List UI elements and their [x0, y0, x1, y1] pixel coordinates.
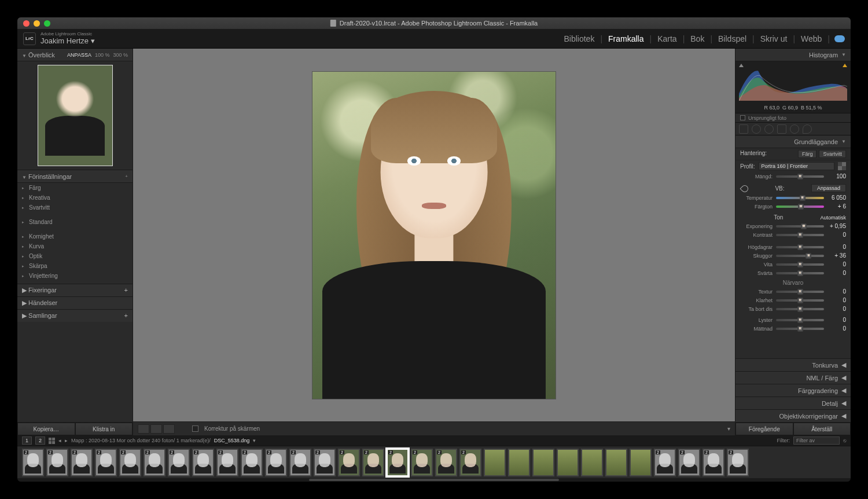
close-icon[interactable]: [23, 20, 30, 27]
filmstrip-thumb[interactable]: 2: [144, 449, 165, 476]
previous-button[interactable]: Föregående: [735, 423, 793, 435]
canvas[interactable]: [133, 49, 735, 421]
module-web[interactable]: Webb: [795, 34, 827, 43]
secondary-display-2[interactable]: 2: [35, 436, 45, 445]
cloud-sync-icon[interactable]: [834, 35, 845, 42]
history-header[interactable]: ▶ Händelser: [17, 296, 133, 309]
snapshots-header[interactable]: ▶ Fixeringar+: [17, 284, 133, 296]
tonecurve-header[interactable]: Tonkurva◀: [735, 358, 851, 371]
amount-slider[interactable]: [776, 175, 824, 178]
identity-user[interactable]: Joakim Hertze ▾: [41, 37, 95, 45]
preset-group[interactable]: Standard: [17, 217, 133, 227]
texture-slider[interactable]: [776, 291, 824, 293]
filmstrip-thumb[interactable]: [484, 449, 506, 476]
module-print[interactable]: Skriv ut: [755, 34, 793, 43]
path-dropdown-icon[interactable]: ▾: [253, 438, 256, 443]
filmstrip-thumb[interactable]: 2: [362, 449, 384, 476]
main-photo[interactable]: [312, 72, 556, 399]
nav-fwd-icon[interactable]: ▸: [65, 438, 68, 443]
filmstrip-thumb[interactable]: [581, 449, 603, 476]
wb-select[interactable]: Anpassad: [811, 184, 846, 192]
add-preset-icon[interactable]: +: [125, 174, 128, 179]
zoom-300[interactable]: 300 %: [113, 52, 128, 58]
filmstrip-thumb[interactable]: 2: [192, 449, 214, 476]
presets-header[interactable]: ▼ Förinställningar +: [17, 170, 133, 183]
wb-dropper-icon[interactable]: [740, 184, 748, 192]
saturation-slider[interactable]: [776, 328, 824, 330]
filmstrip-thumb[interactable]: 2: [95, 449, 117, 476]
crop-tool-icon[interactable]: [739, 124, 748, 134]
grid-icon[interactable]: [49, 438, 55, 444]
zoom-100[interactable]: 100 %: [95, 52, 110, 58]
filmstrip-thumb[interactable]: [605, 449, 627, 476]
temperature-slider[interactable]: [776, 197, 824, 199]
soft-proof-checkbox[interactable]: [192, 425, 198, 432]
preset-group[interactable]: Svartvitt: [17, 203, 133, 212]
filmstrip-thumb[interactable]: 2: [119, 449, 141, 476]
filmstrip-thumb[interactable]: 2: [435, 449, 457, 476]
profile-select[interactable]: Portra 160 | Frontier: [759, 162, 834, 170]
redeye-tool-icon[interactable]: [764, 124, 774, 134]
filmstrip-thumb[interactable]: 2: [387, 449, 409, 476]
filmstrip-path[interactable]: Mapp : 2020-08-13 Mor och dotter 240 fot…: [71, 438, 211, 443]
filmstrip-thumb[interactable]: 2: [22, 449, 44, 476]
module-book[interactable]: Bok: [685, 34, 710, 43]
treatment-bw-button[interactable]: Svartvitt: [819, 150, 846, 158]
shadows-slider[interactable]: [776, 255, 824, 257]
filmstrip-thumb[interactable]: 2: [71, 449, 93, 476]
minimize-icon[interactable]: [34, 20, 40, 27]
module-library[interactable]: Bibliotek: [558, 34, 600, 43]
filter-lock-icon[interactable]: ⎋: [843, 438, 846, 443]
loupe-view-button[interactable]: [138, 424, 149, 434]
exposure-slider[interactable]: [776, 225, 824, 228]
navigator-thumbnail[interactable]: [17, 61, 133, 170]
zoom-icon[interactable]: [44, 20, 50, 27]
preset-group[interactable]: Kurva: [17, 241, 133, 251]
filmstrip-thumb[interactable]: [557, 449, 579, 476]
filmstrip-thumb[interactable]: 2: [168, 449, 190, 476]
module-develop[interactable]: Framkalla: [602, 34, 649, 43]
blacks-slider[interactable]: [776, 272, 824, 274]
module-map[interactable]: Karta: [652, 34, 682, 43]
highlights-slider[interactable]: [776, 246, 824, 248]
filmstrip-thumb[interactable]: 2: [654, 449, 676, 476]
filmstrip-thumb[interactable]: [630, 449, 652, 476]
filmstrip-thumb[interactable]: 2: [46, 449, 68, 476]
filmstrip-thumb[interactable]: 2: [338, 449, 360, 476]
zoom-fit[interactable]: ANPASSA: [67, 52, 91, 58]
toolbar-menu-icon[interactable]: ▾: [727, 425, 730, 432]
filmstrip-thumb[interactable]: [532, 449, 554, 476]
filmstrip-thumb[interactable]: 2: [678, 449, 700, 476]
preset-group[interactable]: Optik: [17, 251, 133, 261]
auto-tone-button[interactable]: Automatisk: [820, 215, 846, 221]
grad-filter-icon[interactable]: [777, 124, 786, 134]
brush-tool-icon[interactable]: [803, 124, 812, 134]
filmstrip-thumb[interactable]: 2: [241, 449, 263, 476]
reset-button[interactable]: Återställ: [793, 423, 851, 435]
clip-highlights-icon[interactable]: [843, 64, 847, 67]
secondary-display-1[interactable]: 1: [22, 436, 32, 445]
titlebar[interactable]: Draft-2020-v10.lrcat - Adobe Photoshop L…: [17, 17, 851, 29]
profile-browser-icon[interactable]: [838, 162, 846, 170]
detail-header[interactable]: Detalj◀: [735, 397, 851, 409]
histogram[interactable]: R 63,0 G 60,9 B 51,5 %: [735, 61, 851, 113]
lens-header[interactable]: Objektivkorrigeringar◀: [735, 409, 851, 422]
preset-group[interactable]: Skärpa: [17, 261, 133, 271]
filmstrip-thumb[interactable]: 2: [459, 449, 481, 476]
filmstrip-thumb[interactable]: 2: [265, 449, 287, 476]
navigator-header[interactable]: ▼ Överblick ANPASSA 100 % 300 %: [17, 49, 133, 61]
filmstrip-thumb[interactable]: [508, 449, 530, 476]
filmstrip-thumb[interactable]: 2: [703, 449, 724, 476]
nav-back-icon[interactable]: ◂: [58, 438, 61, 443]
clip-shadows-icon[interactable]: [739, 64, 744, 67]
module-slideshow[interactable]: Bildspel: [712, 34, 752, 43]
amount-value[interactable]: 100: [827, 173, 846, 179]
radial-filter-icon[interactable]: [790, 124, 799, 134]
preset-group[interactable]: Kreativa: [17, 193, 133, 203]
clarity-slider[interactable]: [776, 299, 824, 302]
filmstrip-thumb[interactable]: 2: [314, 449, 336, 476]
filmstrip-thumb[interactable]: 2: [727, 449, 749, 476]
filmstrip-thumb[interactable]: 2: [216, 449, 238, 476]
tint-slider[interactable]: [776, 206, 824, 208]
vibrance-slider[interactable]: [776, 319, 824, 321]
